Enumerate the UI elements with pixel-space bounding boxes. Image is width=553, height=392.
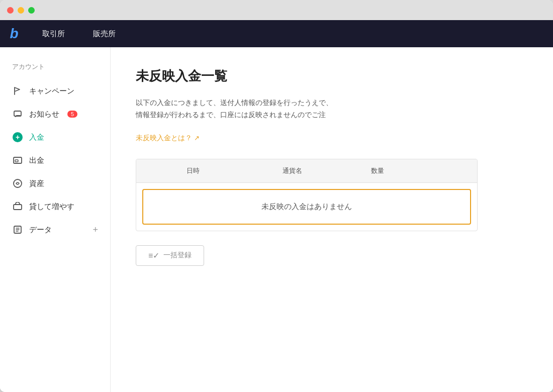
message-icon xyxy=(12,109,23,120)
asset-icon xyxy=(12,178,23,189)
news-badge: 5 xyxy=(67,111,77,118)
deposit-icon: + xyxy=(12,132,23,143)
main-layout: アカウント キャンペーン お知らせ 5 xyxy=(0,47,553,392)
sidebar-item-data[interactable]: データ + xyxy=(0,218,110,241)
page-description: 以下の入金につきまして、送付人情報の登録を行ったうえで、 情報登録が行われるまで… xyxy=(136,97,478,121)
svg-rect-2 xyxy=(15,160,18,162)
deposit-table: 日時 通貨名 数量 未反映の入金はありません xyxy=(136,159,478,231)
news-label: お知らせ xyxy=(29,110,59,119)
campaign-label: キャンペーン xyxy=(29,86,74,96)
lend-label: 貸して増やす xyxy=(29,202,74,212)
header-datetime: 日時 xyxy=(136,159,250,182)
app-window: b 取引所 販売所 アカウント キャンペーン xyxy=(0,0,553,392)
withdraw-icon xyxy=(12,155,23,166)
sidebar-item-withdraw[interactable]: 出金 xyxy=(0,149,110,172)
sidebar-item-campaign[interactable]: キャンペーン xyxy=(0,79,110,103)
deposit-label: 入金 xyxy=(29,133,44,142)
header-extra xyxy=(420,159,477,182)
external-link-icon: ↗ xyxy=(194,134,200,142)
close-button[interactable] xyxy=(7,7,14,14)
sidebar: アカウント キャンペーン お知らせ 5 xyxy=(0,47,111,392)
info-link-text: 未反映入金とは？ xyxy=(136,134,192,143)
nav-items: 取引所 販売所 xyxy=(28,20,130,47)
bulk-register-button[interactable]: ≡✓ 一括登録 xyxy=(136,245,204,266)
lend-icon xyxy=(12,201,23,212)
bulk-register-label: 一括登録 xyxy=(163,251,192,260)
data-add-icon[interactable]: + xyxy=(93,225,98,235)
title-bar xyxy=(0,0,553,20)
svg-rect-4 xyxy=(14,205,22,210)
navbar: b 取引所 販売所 xyxy=(0,20,553,47)
svg-point-3 xyxy=(14,179,22,187)
data-label: データ xyxy=(29,225,52,235)
bulk-register-icon: ≡✓ xyxy=(148,251,159,260)
info-link[interactable]: 未反映入金とは？ ↗ xyxy=(136,134,200,143)
page-title: 未反映入金一覧 xyxy=(136,67,528,85)
sidebar-item-news[interactable]: お知らせ 5 xyxy=(0,103,110,126)
maximize-button[interactable] xyxy=(28,7,35,14)
flag-icon xyxy=(12,85,23,96)
empty-message: 未反映の入金はありません xyxy=(142,189,471,225)
nav-item-exchange[interactable]: 取引所 xyxy=(28,20,79,47)
sidebar-item-asset[interactable]: 資産 xyxy=(0,172,110,195)
nav-logo[interactable]: b xyxy=(0,20,28,47)
table-empty-wrapper: 未反映の入金はありません xyxy=(136,183,477,231)
asset-label: 資産 xyxy=(29,179,44,188)
table-header: 日時 通貨名 数量 xyxy=(136,159,477,183)
header-amount: 数量 xyxy=(335,159,421,182)
nav-item-otc[interactable]: 販売所 xyxy=(79,20,130,47)
header-currency: 通貨名 xyxy=(250,159,335,182)
sidebar-item-lend[interactable]: 貸して増やす xyxy=(0,195,110,218)
sidebar-section-title: アカウント xyxy=(0,62,110,79)
main-content: 未反映入金一覧 以下の入金につきまして、送付人情報の登録を行ったうえで、 情報登… xyxy=(111,47,553,392)
sidebar-item-deposit[interactable]: + 入金 xyxy=(0,126,110,149)
data-icon xyxy=(12,224,23,235)
withdraw-label: 出金 xyxy=(29,156,44,165)
minimize-button[interactable] xyxy=(18,7,24,14)
